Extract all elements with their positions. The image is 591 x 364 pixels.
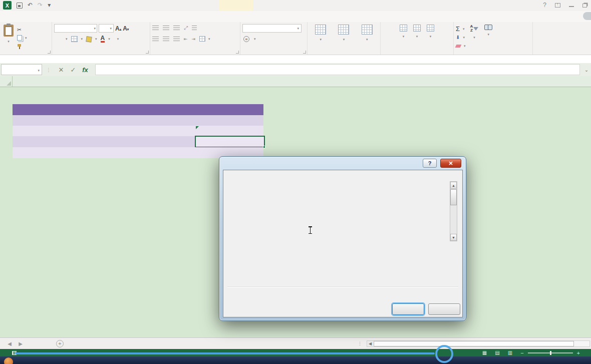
undo-icon[interactable]: ↶	[28, 1, 33, 10]
orientation-icon[interactable]: ⤢	[184, 25, 188, 31]
group-alignment: ⤢ ⇤ ⇥ ▾	[150, 22, 240, 55]
conditional-formatting-button[interactable]: ▾	[310, 24, 332, 48]
accounting-format-icon[interactable]: ¤	[243, 36, 249, 42]
font-color-icon[interactable]: A	[101, 36, 105, 43]
font-size-select[interactable]: ▾	[99, 24, 114, 33]
merge-center-icon	[199, 36, 205, 42]
cut-button[interactable]: ✂	[17, 26, 27, 33]
align-left-icon[interactable]	[152, 37, 159, 42]
cell-b4[interactable]	[195, 126, 263, 136]
cell-b3[interactable]	[195, 115, 263, 126]
column-headers	[0, 76, 591, 87]
zoom-knob[interactable]	[550, 351, 551, 355]
function-arguments-dialog: ? ✕ ▲ ▼	[219, 156, 466, 321]
scroll-up-icon[interactable]: ▲	[450, 182, 457, 189]
insert-function-icon[interactable]: fx	[79, 66, 91, 74]
wrap-text-button[interactable]	[192, 24, 198, 32]
cell-b5-editing[interactable]	[195, 136, 265, 148]
cell-a3[interactable]	[13, 115, 195, 126]
tab-split-handle[interactable]: ⋮	[358, 341, 363, 346]
font-dialog-launcher[interactable]	[146, 51, 149, 54]
help-icon[interactable]: ?	[543, 2, 546, 9]
cell-styles-button[interactable]: ▾	[356, 24, 378, 48]
align-right-icon[interactable]	[173, 37, 180, 42]
sort-filter-button[interactable]: AZ ▾	[469, 24, 480, 50]
video-progress-bar[interactable]	[15, 352, 435, 354]
name-box[interactable]: ▾	[1, 64, 42, 75]
format-as-table-button[interactable]: ▾	[333, 24, 355, 48]
merge-center-button[interactable]: ▾	[199, 35, 210, 43]
cell-a4[interactable]	[13, 126, 195, 136]
scrollbar-thumb[interactable]	[450, 189, 457, 205]
alignment-dialog-launcher[interactable]	[236, 51, 239, 54]
normal-view-icon[interactable]: ▦	[482, 350, 487, 355]
dialog-help-button[interactable]: ?	[423, 159, 437, 168]
formula-input[interactable]	[95, 64, 580, 75]
confirm-entry-icon[interactable]: ✓	[67, 66, 79, 74]
align-center-icon[interactable]	[163, 37, 169, 42]
scroll-left-icon[interactable]: ◀	[367, 341, 373, 346]
restore-icon[interactable]	[582, 4, 587, 8]
ribbon-options-icon[interactable]	[555, 3, 560, 8]
clipboard-dialog-launcher[interactable]	[48, 51, 51, 54]
delete-cells-icon	[413, 25, 421, 32]
grow-font-icon[interactable]: A▴	[115, 25, 121, 32]
redo-icon[interactable]: ↷	[38, 1, 43, 10]
align-middle-icon[interactable]	[163, 26, 169, 31]
start-button-icon[interactable]	[4, 357, 13, 364]
page-break-view-icon[interactable]: ▥	[508, 350, 512, 355]
expand-formula-bar-icon[interactable]: ⌄	[582, 67, 591, 73]
select-all-corner[interactable]	[0, 76, 13, 87]
number-dialog-launcher[interactable]	[303, 51, 306, 54]
text-cursor	[308, 226, 313, 234]
avatar[interactable]	[583, 12, 591, 20]
format-cells-button[interactable]: ▾	[425, 24, 436, 48]
save-icon[interactable]	[17, 3, 23, 9]
align-top-icon[interactable]	[152, 26, 159, 31]
scroll-down-icon[interactable]: ▼	[450, 234, 457, 241]
report-title-cell[interactable]	[13, 87, 263, 104]
ok-button[interactable]	[392, 303, 424, 315]
parameter-scrollbar[interactable]: ▲ ▼	[450, 181, 457, 241]
table-header-b[interactable]	[195, 104, 263, 115]
decrease-indent-icon[interactable]: ⇤	[184, 37, 188, 42]
font-name-select[interactable]: ▾	[54, 24, 97, 33]
page-layout-view-icon[interactable]: ▤	[495, 350, 499, 355]
dialog-close-button[interactable]: ✕	[440, 159, 461, 168]
number-format-select[interactable]: ▾	[242, 24, 302, 33]
horizontal-scrollbar[interactable]: ◀ ▶	[367, 340, 590, 347]
cancel-entry-icon[interactable]: ✕	[55, 66, 67, 74]
format-painter-button[interactable]	[17, 43, 27, 50]
cancel-button[interactable]	[428, 303, 460, 315]
delete-cells-button[interactable]: ▾	[412, 24, 422, 48]
insert-cells-button[interactable]: ▾	[398, 24, 409, 48]
qat-customize-icon[interactable]: ▾	[48, 1, 51, 10]
paste-button[interactable]: ▾	[2, 24, 15, 50]
sheet-nav-right-icon[interactable]: ▶	[15, 341, 26, 346]
borders-icon[interactable]	[71, 36, 78, 42]
cell-a6[interactable]	[13, 147, 195, 158]
zoom-slider[interactable]	[528, 352, 573, 353]
fill-button[interactable]: ⬇▾	[456, 34, 466, 41]
ribbon-tab-row	[0, 11, 591, 22]
sheet-tab-bar: ◀ ▶ + ⋮ ◀ ▶	[0, 337, 591, 349]
format-painter-icon	[17, 44, 22, 49]
fill-color-icon[interactable]	[86, 36, 92, 42]
autosum-button[interactable]: Σ▾	[456, 25, 466, 33]
clear-button[interactable]: ▾	[456, 42, 466, 50]
shrink-font-icon[interactable]: A▾	[123, 25, 129, 32]
format-cells-icon	[427, 25, 434, 32]
zoom-in-icon[interactable]: +	[577, 350, 580, 356]
zoom-out-icon[interactable]: −	[520, 350, 523, 356]
sheet-nav-left-icon[interactable]: ◀	[4, 341, 15, 346]
new-sheet-icon[interactable]: +	[56, 340, 64, 347]
copy-button[interactable]: ▾	[17, 34, 27, 42]
increase-indent-icon[interactable]: ⇥	[192, 37, 196, 42]
table-header-a[interactable]	[13, 104, 195, 115]
video-progress-handle[interactable]	[435, 345, 453, 363]
minimize-icon[interactable]	[569, 6, 574, 7]
find-select-button[interactable]: ▾	[483, 24, 494, 50]
align-bottom-icon[interactable]	[173, 26, 180, 31]
h-scrollbar-thumb[interactable]	[374, 341, 574, 346]
cell-a5[interactable]	[13, 136, 195, 147]
